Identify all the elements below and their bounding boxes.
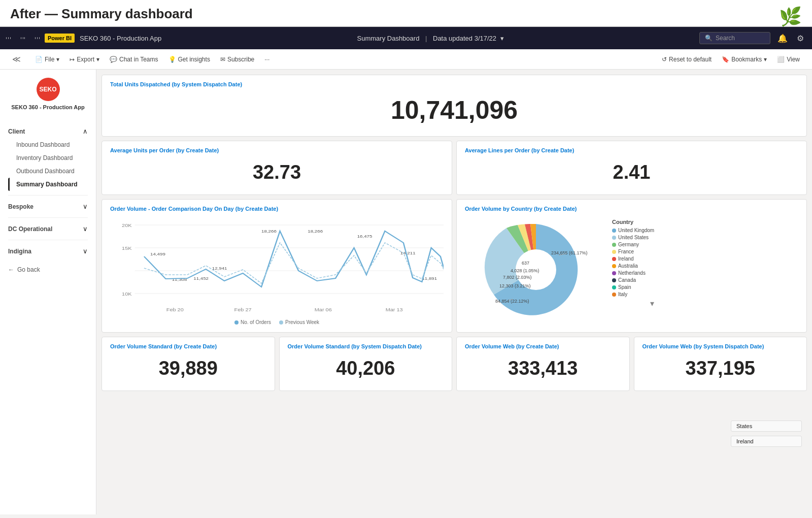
center-nav-title: Summary Dashboard | Data updated 3/17/22… [166, 35, 694, 42]
pie-legend-france: France [612, 249, 654, 254]
view-button[interactable]: ⬜ View [773, 54, 804, 65]
go-back-arrow-icon: ← [8, 266, 14, 273]
svg-text:16,475: 16,475 [357, 234, 373, 239]
file-menu[interactable]: 📄 File ▾ [31, 54, 63, 65]
pie-legend-netherlands: Netherlands [612, 270, 654, 276]
legend-current: No. of Orders [234, 319, 271, 325]
more-options-button[interactable]: ··· [260, 54, 274, 65]
svg-text:12,941: 12,941 [212, 266, 227, 271]
svg-text:12,303 (3.21%): 12,303 (3.21%) [499, 283, 531, 288]
notifications-icon[interactable]: 🔔 [775, 34, 790, 43]
reset-icon: ↺ [662, 56, 667, 63]
order-vol-web-create-card: Order Volume Web (by Create Date) 333,41… [456, 337, 630, 391]
svg-text:Feb 20: Feb 20 [166, 307, 184, 312]
get-insights-button[interactable]: 💡 Get insights [164, 54, 214, 65]
ireland-filter[interactable]: Ireland [731, 436, 802, 447]
bottom-metrics-row: Order Volume Standard (by Create Date) 3… [101, 337, 807, 391]
page-title: After — Summary dashboard [10, 6, 193, 21]
pie-legend-spain: Spain [612, 284, 654, 290]
pie-legend-ireland: Ireland [612, 256, 654, 262]
export-menu[interactable]: ↦ Export ▾ [65, 54, 104, 65]
export-icon: ↦ [70, 56, 75, 63]
page-title-bar: After — Summary dashboard 🌿 [0, 0, 812, 27]
pie-chart-title: Order Volume by Country (by Create Date) [465, 206, 798, 212]
sidebar-section-indigina: Indigina ∨ [0, 244, 96, 258]
collapse-sidebar-button[interactable]: ≪ [8, 52, 25, 66]
svg-text:18,266: 18,266 [261, 229, 277, 234]
sidebar-app-name: SEKO 360 - Production App [11, 104, 84, 110]
settings-icon[interactable]: ⚙ [795, 34, 806, 43]
pie-legend-us: United States [612, 235, 654, 240]
order-vol-std-create-card: Order Volume Standard (by Create Date) 3… [101, 337, 275, 391]
svg-text:637: 637 [522, 261, 529, 266]
pie-legend-australia: Australia [612, 263, 654, 269]
svg-text:20K: 20K [122, 223, 132, 228]
sidebar-item-inventory-dashboard[interactable]: Inventory Dashboard [8, 151, 88, 165]
svg-text:4,028 (1.05%): 4,028 (1.05%) [511, 268, 539, 273]
avg-metrics-row: Average Units per Order (by Create Date)… [101, 141, 807, 195]
dc-section-title: DC Operational [8, 225, 52, 233]
svg-text:14,499: 14,499 [150, 252, 165, 256]
order-vol-web-create-value: 333,413 [465, 352, 621, 384]
bookmarks-button[interactable]: 🔖 Bookmarks ▾ [718, 54, 771, 65]
total-units-card: Total Units Dispatched (by System Dispat… [101, 75, 807, 137]
pie-chart-area: 234,655 (61.17%) 84,854 (22.12%) 12,303 … [465, 215, 798, 326]
states-filter[interactable]: States [731, 420, 802, 432]
sidebar-section-bespoke: Bespoke ∨ [0, 200, 96, 213]
svg-text:10K: 10K [122, 292, 132, 297]
pie-legend-uk: United Kingdom [612, 228, 654, 233]
top-nav: Power BI SEKO 360 - Production App Summa… [0, 27, 812, 49]
line-chart-svg: 20K 15K 10K Feb 20 Feb 27 Mar 06 Mar 13 … [110, 215, 444, 316]
legend-previous: Previous Week [279, 319, 319, 325]
filter-panel: States Ireland [731, 420, 802, 447]
bookmark-icon: 🔖 [722, 56, 729, 63]
view-icon: ⬜ [777, 56, 785, 63]
indigina-section-header[interactable]: Indigina ∨ [8, 244, 88, 258]
bespoke-section-header[interactable]: Bespoke ∨ [8, 200, 88, 213]
svg-text:7,802 (2.03%): 7,802 (2.03%) [503, 275, 532, 280]
subscribe-icon: ✉ [220, 56, 225, 63]
subscribe-button[interactable]: ✉ Subscribe [216, 54, 258, 65]
svg-text:Mar 06: Mar 06 [315, 307, 332, 312]
file-icon: 📄 [35, 56, 43, 63]
sidebar-section-client: Client ∧ Inbound Dashboard Inventory Das… [0, 124, 96, 191]
dc-section-header[interactable]: DC Operational ∨ [8, 222, 88, 236]
chat-in-teams-button[interactable]: 💬 Chat in Teams [106, 54, 162, 65]
dashboard-content: Total Units Dispatched (by System Dispat… [96, 70, 812, 514]
avg-units-order-title: Average Units per Order (by Create Date) [110, 147, 444, 153]
indigina-section-title: Indigina [8, 248, 31, 255]
order-volume-line-chart-card: Order Volume - Order Comparison Day On D… [101, 199, 452, 333]
svg-text:15K: 15K [122, 246, 132, 251]
legend-scroll-icon[interactable]: ▾ [612, 299, 654, 308]
order-vol-std-dispatch-title: Order Volume Standard (by System Dispatc… [288, 343, 444, 349]
avg-lines-order-card: Average Lines per Order (by Create Date)… [456, 141, 807, 195]
sidebar-item-summary-dashboard[interactable]: Summary Dashboard [8, 178, 88, 191]
line-chart-area: 20K 15K 10K Feb 20 Feb 27 Mar 06 Mar 13 … [110, 215, 444, 316]
pie-legend-germany: Germany [612, 242, 654, 247]
insights-icon: 💡 [168, 56, 176, 63]
svg-text:234,655 (61.17%): 234,655 (61.17%) [551, 250, 588, 255]
line-chart-legend: No. of Orders Previous Week [110, 319, 444, 325]
pie-svg-container: 234,655 (61.17%) 84,854 (22.12%) 12,303 … [465, 219, 607, 322]
go-back-button[interactable]: ← Go back [0, 260, 96, 279]
sidebar-item-outbound-dashboard[interactable]: Outbound Dashboard [8, 165, 88, 178]
order-vol-std-dispatch-card: Order Volume Standard (by System Dispatc… [279, 337, 453, 391]
order-vol-std-dispatch-value: 40,206 [288, 352, 444, 384]
svg-text:11,891: 11,891 [422, 276, 437, 281]
pie-chart-svg: 234,655 (61.17%) 84,854 (22.12%) 12,303 … [465, 219, 607, 320]
sidebar-item-inbound-dashboard[interactable]: Inbound Dashboard [8, 138, 88, 151]
apps-grid-icon[interactable] [6, 37, 40, 39]
svg-text:18,266: 18,266 [308, 229, 323, 234]
sidebar-section-dc: DC Operational ∨ [0, 222, 96, 236]
svg-text:11,452: 11,452 [193, 276, 209, 281]
avg-lines-order-title: Average Lines per Order (by Create Date) [465, 147, 798, 153]
seko-leaf-icon: 🌿 [779, 6, 802, 27]
pie-legend: Country United Kingdom United States Ger… [612, 219, 654, 308]
avg-lines-order-value: 2.41 [465, 156, 798, 188]
app-name: SEKO 360 - Production App [80, 35, 161, 42]
search-box[interactable]: 🔍 Search [699, 32, 770, 44]
reset-to-default-button[interactable]: ↺ Reset to default [658, 54, 716, 65]
toolbar: ≪ 📄 File ▾ ↦ Export ▾ 💬 Chat in Teams 💡 … [0, 49, 812, 70]
avg-units-order-value: 32.73 [110, 156, 444, 188]
client-section-header[interactable]: Client ∧ [8, 124, 88, 138]
